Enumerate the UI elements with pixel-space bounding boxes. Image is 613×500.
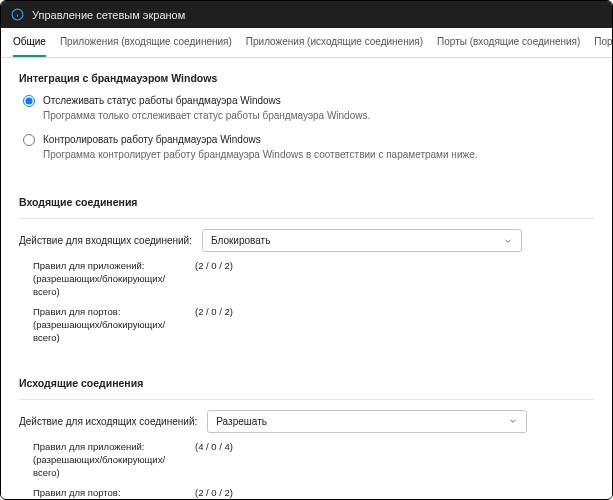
divider [19, 399, 594, 400]
radio-control-input[interactable] [23, 134, 35, 146]
tab-ports-outgoing[interactable]: Порты (исходящие соединения) [594, 28, 612, 57]
radio-control-sub: Программа контролирует работу брандмауэр… [43, 148, 478, 163]
outgoing-action-select[interactable]: Разрешать [207, 410, 527, 433]
section-outgoing: Исходящие соединения Действие для исходя… [1, 363, 612, 498]
tab-apps-incoming[interactable]: Приложения (входящие соединения) [60, 28, 232, 57]
radio-control-label: Контролировать работу брандмауэра Window… [43, 133, 478, 148]
incoming-action-value: Блокировать [211, 235, 270, 246]
outgoing-action-value: Разрешать [216, 416, 267, 427]
outgoing-ports-label: Правил для портов: (разрешающих/блокирую… [33, 487, 185, 498]
radio-monitor-sub: Программа только отслеживает статус рабо… [43, 109, 370, 124]
info-icon [11, 8, 24, 21]
tab-general[interactable]: Общие [13, 28, 46, 57]
tab-ports-incoming[interactable]: Порты (входящие соединения) [437, 28, 580, 57]
content-area: Общие Приложения (входящие соединения) П… [1, 28, 612, 498]
outgoing-apps-label: Правил для приложений: (разрешающих/блок… [33, 441, 185, 479]
incoming-apps-value: (2 / 0 / 2) [195, 260, 233, 298]
section-incoming: Входящие соединения Действие для входящи… [1, 182, 612, 363]
incoming-apps-label: Правил для приложений: (разрешающих/блок… [33, 260, 185, 298]
radio-monitor-input[interactable] [23, 95, 35, 107]
tab-apps-outgoing[interactable]: Приложения (исходящие соединения) [246, 28, 423, 57]
incoming-action-label: Действие для входящих соединений: [19, 235, 192, 246]
heading-outgoing: Исходящие соединения [19, 377, 594, 389]
divider [19, 218, 594, 219]
section-integration: Интеграция с брандмауэром Windows Отслеж… [1, 58, 612, 182]
radio-monitor[interactable]: Отслеживать статус работы брандмауэра Wi… [19, 94, 594, 123]
outgoing-ports-value: (2 / 0 / 2) [195, 487, 233, 498]
heading-integration: Интеграция с брандмауэром Windows [19, 72, 594, 84]
tab-bar: Общие Приложения (входящие соединения) П… [1, 28, 612, 58]
radio-monitor-label: Отслеживать статус работы брандмауэра Wi… [43, 94, 370, 109]
radio-control[interactable]: Контролировать работу брандмауэра Window… [19, 133, 594, 162]
window-titlebar: Управление сетевым экраном [1, 1, 612, 28]
incoming-action-select[interactable]: Блокировать [202, 229, 522, 252]
outgoing-action-label: Действие для исходящих соединений: [19, 416, 197, 427]
outgoing-apps-value: (4 / 0 / 4) [195, 441, 233, 479]
chevron-down-icon [503, 236, 513, 246]
incoming-ports-label: Правил для портов: (разрешающих/блокирую… [33, 306, 185, 344]
window-title: Управление сетевым экраном [32, 9, 185, 21]
chevron-down-icon [508, 416, 518, 426]
heading-incoming: Входящие соединения [19, 196, 594, 208]
incoming-ports-value: (2 / 0 / 2) [195, 306, 233, 344]
